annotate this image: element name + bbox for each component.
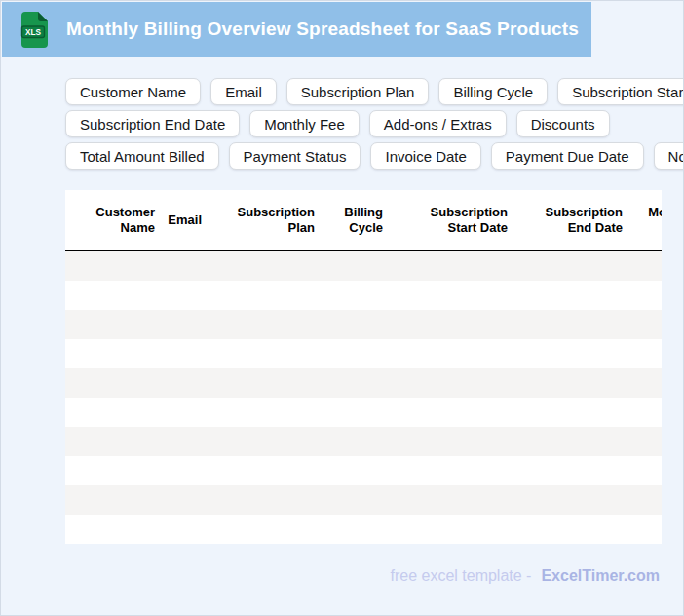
field-chip[interactable]: Monthly Fee [249, 110, 360, 137]
table-row [65, 485, 662, 515]
field-chip[interactable]: Add-ons / Extras [369, 110, 507, 137]
field-chip[interactable]: Notes [654, 142, 684, 170]
xls-badge-label: XLS [25, 28, 41, 37]
table-row [65, 515, 662, 544]
field-chip-row: Customer NameEmailSubscription PlanBilli… [65, 78, 674, 105]
field-chip[interactable]: Subscription End Date [65, 110, 240, 137]
page: XLS Monthly Billing Overview Spreadsheet… [0, 0, 684, 616]
field-chip-list: Customer NameEmailSubscription PlanBilli… [65, 78, 674, 174]
footer-brand-link[interactable]: ExcelTimer.com [541, 567, 660, 585]
column-header: Subscription Start Date [391, 205, 515, 236]
table-row [65, 398, 662, 427]
xls-file-icon: XLS [20, 11, 49, 49]
table-body [65, 251, 662, 544]
field-chip[interactable]: Subscription Start Date [557, 78, 684, 105]
field-chip-row: Total Amount BilledPayment StatusInvoice… [65, 142, 674, 170]
column-header: Subscription Plan [209, 205, 323, 236]
table-row [65, 339, 662, 368]
table-row [65, 281, 662, 310]
column-header: Customer Name [65, 205, 163, 236]
table-row [65, 456, 662, 485]
field-chip[interactable]: Customer Name [65, 78, 201, 105]
table-row [65, 427, 662, 456]
field-chip[interactable]: Payment Status [229, 142, 361, 170]
footer-text: free excel template - [390, 567, 531, 585]
field-chip[interactable]: Billing Cycle [438, 78, 548, 105]
field-chip[interactable]: Subscription Plan [286, 78, 430, 105]
field-chip[interactable]: Total Amount Billed [65, 142, 219, 170]
table-row [65, 368, 662, 398]
table-row [65, 310, 662, 339]
column-header: Subscription End Date [515, 205, 630, 236]
footer: free excel template - ExcelTimer.com [390, 567, 660, 585]
table-header-row: Customer NameEmailSubscription PlanBilli… [65, 190, 662, 251]
field-chip[interactable]: Payment Due Date [491, 142, 644, 170]
table-row [65, 251, 662, 281]
column-header: Billing Cycle [323, 205, 391, 236]
header-bar: XLS Monthly Billing Overview Spreadsheet… [2, 2, 591, 57]
field-chip[interactable]: Invoice Date [370, 142, 480, 170]
field-chip[interactable]: Discounts [516, 110, 610, 137]
column-header: Monthly Fee [630, 205, 662, 236]
column-header: Email [163, 212, 209, 228]
field-chip-row: Subscription End DateMonthly FeeAdd-ons … [65, 110, 674, 137]
billing-table: Customer NameEmailSubscription PlanBilli… [65, 190, 662, 544]
page-title: Monthly Billing Overview Spreadsheet for… [66, 19, 579, 40]
field-chip[interactable]: Email [210, 78, 277, 105]
